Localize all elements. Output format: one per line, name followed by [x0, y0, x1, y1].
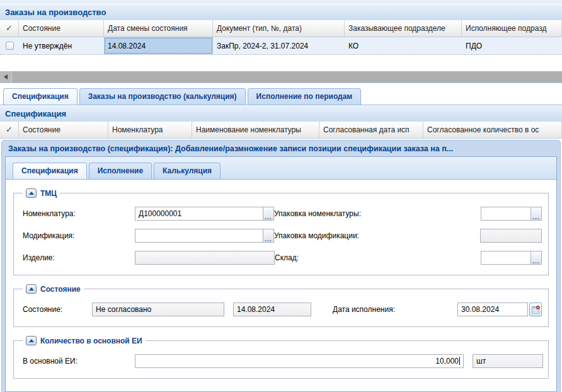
tab-execution-by-periods[interactable]: Исполнение по периодам [248, 88, 362, 105]
ellipsis-icon: … [532, 214, 541, 220]
fieldset-tmc: ТМЦ Номенклатура: Д100000001 … Упаковка … [13, 188, 549, 275]
state-label: Состояние: [19, 305, 92, 314]
fieldset-tmc-title: ТМЦ [40, 189, 57, 198]
form-row: Модификация: … Упаковка модификации: [19, 228, 543, 243]
warehouse-lookup-button[interactable]: … [530, 251, 542, 265]
execution-date-field: 30.08.2024 [457, 303, 542, 316]
calendar-icon [532, 306, 540, 314]
orders-grid-header: ✓ Состояние Дата смены состояния Докумен… [0, 20, 562, 37]
row-checkbox[interactable] [6, 42, 14, 50]
nomenclature-input[interactable]: Д100000001 [135, 207, 263, 221]
tab-orders-calculation[interactable]: Заказы на производство (калькуляция) [79, 88, 246, 105]
ellipsis-icon: … [532, 258, 541, 264]
warehouse-input[interactable] [481, 251, 531, 265]
nomenclature-label: Номенклатура: [19, 209, 135, 218]
column-header-state[interactable]: Состояние [19, 20, 104, 37]
form-row: Состояние: Не согласовано 14.08.2024 Дат… [19, 302, 543, 317]
date-picker-button[interactable] [529, 303, 542, 316]
modification-lookup-button[interactable]: … [263, 229, 274, 243]
execution-date-input[interactable]: 30.08.2024 [457, 303, 528, 316]
collapse-button[interactable] [26, 284, 37, 294]
cell-executing-dept[interactable]: ПДО [462, 37, 562, 54]
quantity-input[interactable]: 10,000 [135, 354, 464, 368]
check-column-header[interactable]: ✓ [0, 20, 19, 37]
scrollbar-thumb[interactable] [11, 71, 562, 83]
state-field: Не согласовано [92, 303, 224, 316]
nomenclature-lookup-button[interactable]: … [263, 207, 274, 221]
packaging-modification-label: Упаковка модификации: [274, 231, 359, 240]
packaging-nomenclature-lookup-button[interactable]: … [530, 207, 542, 221]
column-header-document[interactable]: Документ (тип, №, дата) [213, 20, 345, 37]
quantity-field: 10,000 [135, 354, 464, 368]
spec-column-header-nomenclature-name[interactable]: Наименование номенклатуры [192, 122, 319, 139]
fieldset-quantity-title: Количество в основной ЕИ [40, 337, 142, 345]
collapse-arrow-icon [29, 339, 34, 342]
form-row: В основной ЕИ: 10,000 шт [19, 354, 543, 369]
product-label: Изделие: [19, 253, 135, 262]
warehouse-label: Склад: [275, 253, 299, 262]
spec-check-column-header[interactable]: ✓ [0, 122, 19, 139]
orders-table-row: Не утверждён 14.08.2024 ЗакПр, 2024-2, 3… [0, 37, 562, 55]
orders-panel-title: Заказы на производство [0, 4, 562, 20]
dialog-title: Заказы на производство (спецификация): Д… [5, 141, 557, 156]
packaging-nomenclature-input[interactable] [481, 207, 531, 221]
cell-ordering-dept[interactable]: КО [345, 37, 462, 54]
fieldset-tmc-legend: ТМЦ [23, 188, 60, 198]
fieldset-state: Состояние Состояние: Не согласовано 14.0… [13, 284, 549, 327]
check-icon: ✓ [6, 23, 13, 33]
fieldset-state-legend: Состояние [23, 284, 84, 294]
product-input-disabled [135, 251, 275, 265]
fieldset-state-title: Состояние [40, 285, 81, 294]
spec-panel-title: Спецификация [0, 105, 562, 122]
text-cursor [459, 357, 460, 365]
form-row: Номенклатура: Д100000001 … Упаковка номе… [19, 206, 543, 221]
dialog-tab-bar: Спецификация Исполнение Калькуляция [6, 157, 556, 180]
spec-column-header-agreed-date[interactable]: Согласованная дата исп [319, 122, 423, 139]
collapse-button[interactable] [26, 188, 37, 198]
row-check-cell [0, 37, 19, 54]
check-icon: ✓ [6, 125, 13, 134]
state-date-readonly-input: 14.08.2024 [233, 303, 311, 316]
fieldset-quantity: Количество в основной ЕИ В основной ЕИ: … [13, 336, 549, 379]
collapse-arrow-icon [29, 287, 34, 291]
scroll-left-button[interactable] [0, 71, 11, 83]
state-date-field: 14.08.2024 [224, 303, 311, 316]
quantity-label: В основной ЕИ: [19, 357, 135, 366]
dialog-tab-specification[interactable]: Спецификация [13, 163, 87, 179]
bottom-tab-bar: Спецификация Заказы на производство (кал… [0, 87, 562, 105]
grid-empty-area [0, 55, 562, 71]
modification-label: Модификация: [19, 231, 135, 240]
cell-state[interactable]: Не утверждён [19, 37, 104, 54]
ellipsis-icon: … [265, 236, 273, 242]
tab-specification[interactable]: Спецификация [3, 88, 77, 105]
form-row: Изделие: Склад: … [19, 250, 543, 265]
dialog-body: Спецификация Исполнение Калькуляция ТМЦ … [5, 156, 557, 392]
column-header-ordering-dept[interactable]: Заказывающее подразделе [345, 20, 462, 37]
quantity-value: 10,000 [435, 357, 459, 366]
collapse-button[interactable] [26, 336, 37, 345]
column-header-executing-dept[interactable]: Исполняющее подразд [462, 20, 562, 37]
unit-readonly-input: шт [473, 354, 543, 368]
packaging-modification-field [480, 229, 542, 243]
horizontal-scrollbar[interactable] [0, 71, 562, 83]
modification-field: … [135, 229, 274, 243]
dialog-tab-execution[interactable]: Исполнение [89, 163, 152, 179]
spec-column-header-state[interactable]: Состояние [19, 122, 108, 139]
cell-state-date-selected[interactable]: 14.08.2024 [104, 37, 213, 54]
column-header-state-date[interactable]: Дата смены состояния [104, 20, 213, 37]
dialog-tab-calculation[interactable]: Калькуляция [154, 163, 221, 179]
add-record-dialog: Заказы на производство (спецификация): Д… [1, 140, 561, 392]
packaging-nomenclature-field: … [481, 207, 542, 221]
ellipsis-icon: … [265, 214, 273, 220]
spec-column-header-nomenclature[interactable]: Номенклатура [108, 122, 192, 139]
warehouse-field: … [481, 251, 542, 265]
spec-grid-header: ✓ Состояние Номенклатура Наименование но… [0, 122, 562, 139]
packaging-nomenclature-label: Упаковка номенклатуры: [274, 209, 361, 218]
nomenclature-field: Д100000001 … [135, 207, 274, 221]
cell-document[interactable]: ЗакПр, 2024-2, 31.07.2024 [213, 37, 345, 54]
packaging-modification-input-disabled [480, 229, 542, 243]
app-window: Заказы на производство ✓ Состояние Дата … [0, 0, 562, 392]
spec-column-header-agreed-quantity[interactable]: Согласованное количество в ос [423, 122, 562, 139]
scroll-left-arrow-icon [4, 74, 8, 79]
modification-input[interactable] [135, 229, 263, 243]
